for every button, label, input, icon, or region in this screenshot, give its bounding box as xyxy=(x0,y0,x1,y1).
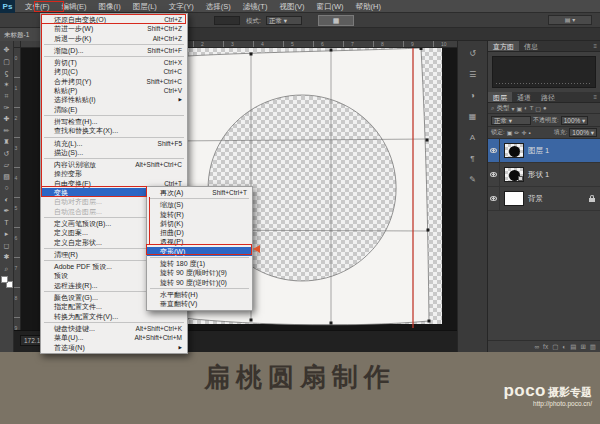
transform-submenu-item[interactable]: 垂直翻转(V) xyxy=(147,299,252,308)
lock-pixels-icon[interactable]: ✏ xyxy=(514,129,519,136)
magic-wand-tool-icon[interactable]: ✶ xyxy=(0,79,14,91)
tab-channels[interactable]: 通道 xyxy=(512,92,536,102)
warp-mode-toggle[interactable]: ▦ xyxy=(318,15,354,26)
add-mask-icon[interactable]: ▢ xyxy=(552,343,558,351)
edit-menu-item[interactable]: 粘贴(P)Ctrl+V xyxy=(41,86,187,95)
edit-menu-item[interactable]: 拼写检查(H)... xyxy=(41,117,187,126)
transform-submenu-item[interactable]: 透视(P) xyxy=(147,237,252,246)
layer-row[interactable]: 形状 1 xyxy=(488,163,600,187)
tab-info[interactable]: 信息 xyxy=(519,41,543,51)
tab-histogram[interactable]: 直方图 xyxy=(488,41,519,51)
filter-smartobject-icon[interactable]: ● xyxy=(543,105,547,111)
transform-submenu-item[interactable]: 旋转 90 度(逆时针)(0) xyxy=(147,278,252,287)
delete-layer-icon[interactable]: ▥ xyxy=(590,343,596,351)
edit-menu-item[interactable]: 首选项(N)▶ xyxy=(41,343,187,352)
layer-visibility-toggle[interactable] xyxy=(488,139,500,162)
edit-menu-item[interactable]: 还原自由变换(O)Ctrl+Z xyxy=(41,15,187,24)
transform-submenu-item[interactable]: 斜切(K) xyxy=(147,219,252,228)
new-layer-icon[interactable]: ⊞ xyxy=(580,343,585,351)
edit-menu-item[interactable]: 选择性粘贴(I)▶ xyxy=(41,95,187,104)
brush-panel-icon[interactable]: ✎ xyxy=(469,175,476,184)
layer-group-icon[interactable]: ▤ xyxy=(570,343,576,351)
edit-menu-item[interactable]: 前进一步(W)Shift+Ctrl+Z xyxy=(41,24,187,33)
transform-submenu-item[interactable]: 旋转 90 度(顺时针)(9) xyxy=(147,268,252,277)
foreground-color-swatch[interactable] xyxy=(1,276,8,283)
lock-transparency-icon[interactable]: ▣ xyxy=(507,129,513,136)
transform-submenu-item[interactable]: 变形(W) xyxy=(147,247,252,256)
character-panel-icon[interactable]: A xyxy=(470,133,475,142)
panel-menu-icon[interactable]: ≡ xyxy=(593,41,600,51)
lasso-tool-icon[interactable]: ϛ xyxy=(0,67,14,79)
edit-menu-item[interactable]: 填充(L)...Shift+F5 xyxy=(41,139,187,148)
eyedropper-tool-icon[interactable]: ✑ xyxy=(0,102,14,114)
edit-menu-item[interactable]: 剪切(T)Ctrl+X xyxy=(41,58,187,67)
edit-menu-item[interactable]: 菜单(U)...Alt+Shift+Ctrl+M xyxy=(41,333,187,342)
history-panel-icon[interactable]: ↺ xyxy=(469,49,476,58)
menubar-item[interactable]: 帮助(H) xyxy=(350,0,387,13)
photoshop-logo-icon[interactable]: Ps xyxy=(0,0,15,13)
properties-panel-icon[interactable]: ☰ xyxy=(469,70,476,79)
transform-submenu-item[interactable]: 缩放(S) xyxy=(147,200,252,209)
tool-option-field[interactable] xyxy=(214,16,240,25)
menubar-item[interactable]: 编辑(E) xyxy=(56,0,93,13)
move-tool-icon[interactable]: ✥ xyxy=(0,44,14,56)
panel-menu-icon[interactable]: ≡ xyxy=(593,92,600,102)
edit-menu-item[interactable]: 转换为配置文件(V)... xyxy=(41,312,187,321)
layer-visibility-toggle[interactable] xyxy=(488,187,500,210)
dodge-tool-icon[interactable]: ◐ xyxy=(0,194,14,206)
layer-thumbnail[interactable] xyxy=(504,143,524,158)
color-panel-icon[interactable]: ▦ xyxy=(469,112,477,121)
layer-thumbnail[interactable] xyxy=(504,191,524,206)
shape-tool-icon[interactable]: ◻ xyxy=(0,240,14,252)
edit-menu-item[interactable]: 描边(S)... xyxy=(41,148,187,157)
menubar-item[interactable]: 文件(F) xyxy=(19,0,56,13)
zoom-tool-icon[interactable]: ⌕ xyxy=(0,263,14,275)
lock-position-icon[interactable]: ✛ xyxy=(521,129,526,136)
menubar-item[interactable]: 窗口(W) xyxy=(310,0,349,13)
blend-mode-dropdown[interactable]: 正常 ▾ xyxy=(491,116,531,125)
layer-style-icon[interactable]: fx xyxy=(543,343,548,350)
edit-menu-item[interactable]: 渐隐(D)...Shift+Ctrl+F xyxy=(41,46,187,55)
edit-menu-item[interactable]: 清除(E) xyxy=(41,105,187,114)
edit-menu-item[interactable]: 合并拷贝(Y)Shift+Ctrl+C xyxy=(41,77,187,86)
link-layers-icon[interactable]: ∞ xyxy=(534,343,539,350)
marquee-tool-icon[interactable]: ▢ xyxy=(0,56,14,68)
edit-menu-item[interactable]: 拷贝(C)Ctrl+C xyxy=(41,67,187,76)
transform-submenu-item[interactable]: 水平翻转(H) xyxy=(147,290,252,299)
chevron-down-icon[interactable]: ▾ xyxy=(511,105,514,112)
menubar-item[interactable]: 选择(S) xyxy=(200,0,237,13)
menubar-item[interactable]: 图像(I) xyxy=(93,0,127,13)
layer-thumbnail[interactable] xyxy=(504,167,524,182)
lock-all-icon[interactable]: ▪ xyxy=(528,130,530,136)
layer-row[interactable]: 背景 xyxy=(488,187,600,211)
history-brush-tool-icon[interactable]: ↺ xyxy=(0,148,14,160)
transform-submenu-item[interactable]: 扭曲(D) xyxy=(147,228,252,237)
brush-tool-icon[interactable]: ✏ xyxy=(0,125,14,137)
adjustments-panel-icon[interactable]: ◑ xyxy=(470,91,475,100)
filter-pixel-icon[interactable]: ▣ xyxy=(516,105,522,112)
transform-submenu-item[interactable]: 旋转 180 度(1) xyxy=(147,259,252,268)
menubar-item[interactable]: 文字(Y) xyxy=(163,0,200,13)
opacity-value[interactable]: 100% ▾ xyxy=(561,116,589,125)
transform-submenu-item[interactable]: 旋转(R) xyxy=(147,210,252,219)
tab-paths[interactable]: 路径 xyxy=(536,92,560,102)
menubar-item[interactable]: 滤镜(T) xyxy=(237,0,274,13)
filter-shape-icon[interactable]: ▢ xyxy=(535,105,541,112)
fill-value[interactable]: 100% ▾ xyxy=(569,128,597,137)
gradient-tool-icon[interactable]: ▧ xyxy=(0,171,14,183)
edit-menu-item[interactable]: 键盘快捷键...Alt+Shift+Ctrl+K xyxy=(41,324,187,333)
pen-tool-icon[interactable]: ✒ xyxy=(0,205,14,217)
hand-tool-icon[interactable]: ✱ xyxy=(0,251,14,263)
edit-menu-item[interactable]: 内容识别缩放Alt+Shift+Ctrl+C xyxy=(41,160,187,169)
color-swatches[interactable] xyxy=(1,276,13,288)
clone-stamp-tool-icon[interactable]: ♜ xyxy=(0,136,14,148)
type-tool-icon[interactable]: T xyxy=(0,217,14,229)
healing-brush-tool-icon[interactable]: ✚ xyxy=(0,113,14,125)
transform-submenu-item[interactable]: 再次(A)Shift+Ctrl+T xyxy=(147,188,252,197)
eraser-tool-icon[interactable]: ▱ xyxy=(0,159,14,171)
filter-type-icon[interactable]: T xyxy=(530,105,534,111)
menubar-item[interactable]: 视图(V) xyxy=(273,0,310,13)
edit-menu-item[interactable]: 操控变形 xyxy=(41,169,187,178)
adjustment-layer-icon[interactable]: ◐ xyxy=(562,343,566,350)
paragraph-panel-icon[interactable]: ¶ xyxy=(470,154,474,163)
